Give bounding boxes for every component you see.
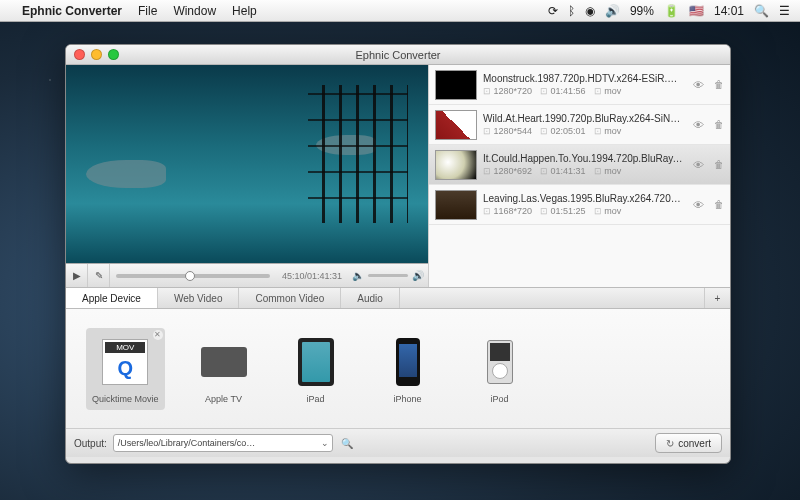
- time-machine-icon[interactable]: ⟳: [548, 4, 558, 18]
- tab-audio[interactable]: Audio: [341, 288, 400, 308]
- format-tabbar: Apple Device Web Video Common Video Audi…: [66, 287, 730, 309]
- file-name: Leaving.Las.Vegas.1995.BluRay.x264.720p.…: [483, 193, 685, 204]
- file-row[interactable]: Wild.At.Heart.1990.720p.BluRay.x264-SiNN…: [429, 105, 730, 145]
- output-label: Output:: [74, 438, 107, 449]
- file-name: Moonstruck.1987.720p.HDTV.x264-ESiR.mkv: [483, 73, 685, 84]
- app-menu[interactable]: Ephnic Converter: [22, 4, 122, 18]
- preview-icon[interactable]: 👁: [693, 79, 704, 91]
- help-menu[interactable]: Help: [232, 4, 257, 18]
- preset-label: Apple TV: [205, 394, 242, 404]
- seek-slider[interactable]: [110, 264, 276, 288]
- preview-pane: ▶ ✎ 45:10/01:41:31 🔈 🔊: [66, 65, 428, 287]
- add-format-button[interactable]: +: [704, 288, 730, 308]
- file-name: Wild.At.Heart.1990.720p.BluRay.x264-SiNN…: [483, 113, 685, 124]
- reveal-in-finder-icon[interactable]: 🔍: [339, 438, 355, 449]
- video-preview[interactable]: [66, 65, 428, 263]
- volume-low-icon: 🔈: [352, 270, 364, 281]
- spotlight-icon[interactable]: 🔍: [754, 4, 769, 18]
- preset-ipod[interactable]: iPod: [467, 328, 533, 410]
- preset-label: iPod: [491, 394, 509, 404]
- preset-iphone[interactable]: iPhone: [375, 328, 441, 410]
- window-title: Ephnic Converter: [66, 49, 730, 61]
- delete-icon[interactable]: 🗑: [714, 119, 724, 130]
- output-bar: Output: /Users/leo/Library/Containers/co…: [66, 429, 730, 457]
- preview-icon[interactable]: 👁: [693, 159, 704, 171]
- edit-button[interactable]: ✎: [88, 264, 110, 287]
- titlebar[interactable]: Ephnic Converter: [66, 45, 730, 65]
- delete-icon[interactable]: 🗑: [714, 159, 724, 170]
- wifi-icon[interactable]: ◉: [585, 4, 595, 18]
- file-row[interactable]: Leaving.Las.Vegas.1995.BluRay.x264.720p.…: [429, 185, 730, 225]
- preset-label: iPad: [307, 394, 325, 404]
- preset-apple-tv[interactable]: Apple TV: [191, 328, 257, 410]
- tab-apple-device[interactable]: Apple Device: [66, 288, 158, 308]
- volume-slider[interactable]: [368, 274, 408, 277]
- window-menu[interactable]: Window: [173, 4, 216, 18]
- file-thumbnail: [435, 70, 477, 100]
- preset-quicktime[interactable]: Quicktime Movie: [86, 328, 165, 410]
- input-source-icon[interactable]: 🇺🇸: [689, 4, 704, 18]
- convert-button[interactable]: convert: [655, 433, 722, 453]
- file-thumbnail: [435, 150, 477, 180]
- volume-icon[interactable]: 🔊: [605, 4, 620, 18]
- bluetooth-icon[interactable]: ᛒ: [568, 4, 575, 18]
- file-menu[interactable]: File: [138, 4, 157, 18]
- preset-label: iPhone: [394, 394, 422, 404]
- app-window: Ephnic Converter ▶ ✎ 45:10/01:41:31 🔈 🔊: [65, 44, 731, 464]
- play-button[interactable]: ▶: [66, 264, 88, 287]
- preset-label: Quicktime Movie: [92, 394, 159, 404]
- zoom-window-button[interactable]: [108, 49, 119, 60]
- tab-web-video[interactable]: Web Video: [158, 288, 240, 308]
- file-name: It.Could.Happen.To.You.1994.720p.BluRay.…: [483, 153, 685, 164]
- mac-menubar: Ephnic Converter File Window Help ⟳ ᛒ ◉ …: [0, 0, 800, 22]
- playback-bar: ▶ ✎ 45:10/01:41:31 🔈 🔊: [66, 263, 428, 287]
- tab-common-video[interactable]: Common Video: [239, 288, 341, 308]
- preview-icon[interactable]: 👁: [693, 119, 704, 131]
- output-path-dropdown[interactable]: /Users/leo/Library/Containers/co…: [113, 434, 333, 452]
- file-thumbnail: [435, 110, 477, 140]
- preset-devices: Quicktime Movie Apple TV iPad iPhone iPo…: [66, 309, 730, 429]
- notification-center-icon[interactable]: ☰: [779, 4, 790, 18]
- minimize-window-button[interactable]: [91, 49, 102, 60]
- preset-ipad[interactable]: iPad: [283, 328, 349, 410]
- clock[interactable]: 14:01: [714, 4, 744, 18]
- close-window-button[interactable]: [74, 49, 85, 60]
- delete-icon[interactable]: 🗑: [714, 79, 724, 90]
- battery-icon[interactable]: 🔋: [664, 4, 679, 18]
- playback-time: 45:10/01:41:31: [282, 271, 342, 281]
- file-thumbnail: [435, 190, 477, 220]
- volume-high-icon: 🔊: [412, 270, 424, 281]
- file-row[interactable]: It.Could.Happen.To.You.1994.720p.BluRay.…: [429, 145, 730, 185]
- delete-icon[interactable]: 🗑: [714, 199, 724, 210]
- file-row[interactable]: Moonstruck.1987.720p.HDTV.x264-ESiR.mkv …: [429, 65, 730, 105]
- preview-icon[interactable]: 👁: [693, 199, 704, 211]
- battery-percent: 99%: [630, 4, 654, 18]
- file-list: Moonstruck.1987.720p.HDTV.x264-ESiR.mkv …: [428, 65, 730, 287]
